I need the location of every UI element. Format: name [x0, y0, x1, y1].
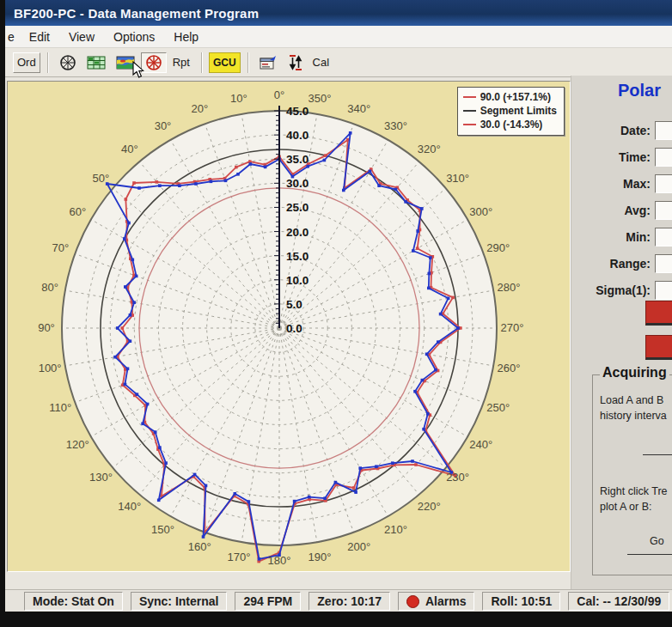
svg-text:80°: 80° — [41, 281, 58, 294]
menu-item-options[interactable]: Options — [104, 30, 164, 44]
svg-text:120°: 120° — [66, 438, 89, 451]
red-button-2[interactable] — [645, 335, 672, 360]
updown-arrows-icon — [288, 54, 303, 71]
main-area: 0.05.010.015.020.025.030.035.040.045.00°… — [5, 76, 672, 589]
svg-text:20°: 20° — [191, 102, 208, 115]
svg-text:300°: 300° — [469, 205, 492, 218]
status-text: Sync: Internal — [139, 594, 219, 608]
alarm-indicator-dot — [406, 595, 419, 608]
field-row: Avg: — [571, 200, 672, 221]
field-input[interactable] — [655, 121, 672, 140]
svg-text:25.0: 25.0 — [286, 201, 309, 214]
menu-item-e[interactable]: e — [5, 30, 20, 44]
status-text: Mode: Stat On — [33, 594, 114, 608]
svg-text:10.0: 10.0 — [286, 274, 309, 287]
svg-text:5.0: 5.0 — [286, 298, 302, 311]
svg-text:210°: 210° — [384, 523, 407, 536]
export-window-icon[interactable] — [255, 52, 281, 73]
field-input[interactable] — [655, 148, 672, 167]
svg-text:10°: 10° — [230, 92, 247, 105]
table-view-icon[interactable] — [82, 52, 110, 73]
toolbar-separator — [247, 52, 248, 73]
legend-label: 30.0 (-14.3%) — [480, 119, 543, 131]
svg-text:160°: 160° — [188, 540, 211, 553]
status-cell: Sync: Internal — [131, 592, 228, 611]
legend-item: 30.0 (-14.3%) — [463, 118, 557, 131]
application-window: BF200-PC - Data Management Program eEdit… — [5, 0, 672, 612]
export-window-icon — [260, 55, 277, 70]
svg-text:180°: 180° — [268, 554, 291, 567]
field-input[interactable] — [655, 254, 672, 273]
go-link[interactable]: Go — [650, 535, 664, 547]
right-panel: Polar Date:Time:Max:Avg:Min:Range:Sigma(… — [571, 76, 672, 589]
menu-bar: eEditViewOptionsHelp — [5, 26, 672, 48]
acquiring-link-underline[interactable] — [643, 454, 672, 455]
toolbar: Ord — [5, 48, 672, 77]
field-row: Range: — [571, 253, 672, 274]
table-view-icon — [87, 56, 106, 70]
svg-text:240°: 240° — [469, 438, 492, 451]
ord-button[interactable]: Ord — [13, 52, 40, 73]
field-input[interactable] — [655, 228, 672, 247]
svg-text:20.0: 20.0 — [286, 226, 309, 239]
status-cell: Zero: 10:17 — [309, 592, 390, 611]
legend-label: 90.0 (+157.1%) — [480, 91, 551, 103]
field-label: Min: — [571, 230, 651, 244]
status-cell: Roll: 10:51 — [482, 592, 560, 611]
field-label: Time: — [571, 150, 651, 164]
mouse-cursor-icon — [132, 61, 144, 82]
svg-text:290°: 290° — [486, 241, 510, 254]
svg-text:90°: 90° — [38, 321, 55, 334]
svg-text:45.0: 45.0 — [286, 105, 309, 118]
svg-text:15.0: 15.0 — [286, 250, 309, 263]
field-input[interactable] — [655, 174, 672, 193]
menu-item-help[interactable]: Help — [164, 30, 208, 44]
status-cell: Mode: Stat On — [24, 592, 123, 611]
acquiring-groupbox: Acquiring Load A and B history interva (… — [592, 374, 672, 575]
svg-text:230°: 230° — [446, 471, 469, 484]
svg-text:0.0: 0.0 — [286, 322, 302, 335]
field-row: Sigma(1): — [571, 280, 672, 301]
polar-wheel-icon[interactable] — [55, 52, 81, 73]
svg-text:40.0: 40.0 — [286, 129, 309, 142]
menu-item-view[interactable]: View — [59, 30, 104, 44]
field-label: Max: — [571, 177, 651, 191]
toolbar-separator — [47, 52, 48, 73]
field-label: Sigma(1): — [571, 283, 651, 297]
go-link-underline[interactable] — [627, 554, 672, 555]
field-row: Date: — [571, 120, 672, 141]
status-bar: Mode: Stat OnSync: Internal294 FPMZero: … — [5, 589, 672, 612]
status-cell: 294 FPM — [235, 592, 301, 611]
svg-text:50°: 50° — [93, 172, 110, 185]
red-button-1[interactable] — [645, 301, 672, 326]
field-input[interactable] — [655, 281, 672, 300]
legend-item: Segment Limits — [463, 104, 557, 118]
svg-text:70°: 70° — [52, 241, 70, 254]
legend-swatch — [463, 96, 476, 98]
svg-text:130°: 130° — [89, 471, 113, 484]
field-row: Time: — [571, 147, 672, 167]
red-polar-icon[interactable] — [141, 52, 167, 73]
field-row: Min: — [571, 227, 672, 247]
status-text: 294 FPM — [243, 594, 292, 608]
svg-text:220°: 220° — [418, 500, 441, 513]
svg-text:170°: 170° — [227, 551, 250, 563]
svg-text:270°: 270° — [501, 321, 524, 334]
svg-text:35.0: 35.0 — [286, 153, 309, 166]
svg-text:100°: 100° — [39, 362, 62, 374]
svg-text:280°: 280° — [497, 281, 520, 294]
svg-text:340°: 340° — [347, 102, 370, 115]
field-input[interactable] — [655, 201, 672, 220]
field-label: Range: — [571, 257, 651, 271]
legend-swatch — [463, 110, 476, 112]
gcu-button[interactable]: GCU — [209, 52, 241, 73]
polar-wheel-icon — [59, 54, 76, 71]
title-bar[interactable]: BF200-PC - Data Management Program — [5, 0, 672, 26]
svg-text:110°: 110° — [49, 401, 71, 414]
updown-arrows-icon[interactable] — [283, 52, 309, 73]
rpt-button[interactable]: Rpt — [168, 52, 194, 73]
menu-item-edit[interactable]: Edit — [20, 30, 59, 44]
field-label: Date: — [571, 124, 651, 137]
svg-text:140°: 140° — [118, 500, 141, 513]
red-polar-icon — [145, 54, 162, 71]
